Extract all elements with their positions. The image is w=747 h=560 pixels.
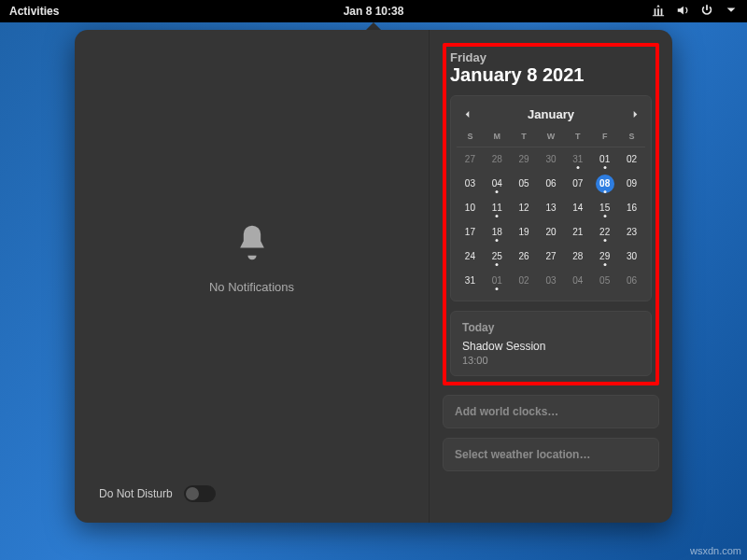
weekday-header: T: [511, 128, 538, 147]
calendar-day[interactable]: 03: [538, 269, 565, 293]
clock-label: Jan 8 10:38: [344, 5, 404, 18]
calendar-day[interactable]: 04: [564, 269, 591, 293]
calendar-day[interactable]: 16: [618, 196, 645, 220]
top-bar: Activities Jan 8 10:38: [0, 0, 747, 22]
calendar-day[interactable]: 28: [564, 245, 591, 269]
calendar-day[interactable]: 05: [511, 172, 538, 196]
calendar-day[interactable]: 30: [538, 147, 565, 172]
calendar-day[interactable]: 02: [618, 147, 645, 172]
calendar-day[interactable]: 01: [591, 147, 618, 172]
watermark: wsxdn.com: [690, 545, 741, 556]
dnd-row: Do Not Disturb: [75, 485, 429, 502]
calendar-day[interactable]: 15: [591, 196, 618, 220]
calendar-day[interactable]: 14: [564, 196, 591, 220]
weekday-header: S: [457, 128, 484, 147]
full-date-label: January 8 2021: [450, 64, 652, 86]
calendar-grid: SMTWTFS 27282930310102030405060708091011…: [457, 128, 645, 293]
calendar-day[interactable]: 03: [457, 172, 484, 196]
date-header: Friday January 8 2021: [450, 50, 652, 86]
month-label: January: [528, 107, 574, 121]
calendar-day[interactable]: 20: [538, 220, 565, 245]
weekday-header: M: [484, 128, 511, 147]
notifications-empty-state: No Notifications: [75, 30, 429, 485]
weekday-label: Friday: [450, 50, 652, 64]
calendar-day[interactable]: 06: [538, 172, 565, 196]
volume-icon: [676, 4, 689, 20]
calendar-day[interactable]: 31: [564, 147, 591, 172]
calendar-pane: Friday January 8 2021 January SMTWTFS 27…: [430, 30, 672, 523]
event-time: 13:00: [462, 355, 640, 366]
network-icon: [652, 4, 665, 20]
calendar-day[interactable]: 10: [457, 196, 484, 220]
calendar-day[interactable]: 06: [618, 269, 645, 293]
weekday-header: T: [564, 128, 591, 147]
dnd-label: Do Not Disturb: [99, 487, 173, 500]
calendar-day[interactable]: 05: [591, 269, 618, 293]
weekday-header: W: [538, 128, 565, 147]
calendar-day[interactable]: 13: [538, 196, 565, 220]
calendar-day[interactable]: 23: [618, 220, 645, 245]
weekday-header: S: [618, 128, 645, 147]
clock-button[interactable]: Jan 8 10:38: [344, 5, 404, 18]
chevron-down-icon: [725, 4, 738, 20]
calendar-day[interactable]: 04: [484, 172, 511, 196]
next-month-button[interactable]: [627, 105, 643, 122]
calendar-day[interactable]: 31: [457, 269, 484, 293]
event-title: Shadow Session: [462, 340, 640, 353]
calendar-day[interactable]: 19: [511, 220, 538, 245]
calendar-day[interactable]: 18: [484, 220, 511, 245]
status-area[interactable]: [652, 4, 738, 20]
calendar-day[interactable]: 26: [511, 245, 538, 269]
today-events-card[interactable]: Today Shadow Session 13:00: [450, 311, 652, 376]
prev-month-button[interactable]: [458, 105, 475, 122]
calendar-day[interactable]: 24: [457, 245, 484, 269]
power-icon: [700, 4, 713, 20]
calendar-day[interactable]: 01: [484, 269, 511, 293]
calendar-day[interactable]: 29: [511, 147, 538, 172]
bell-icon: [232, 222, 273, 267]
notifications-pane: No Notifications Do Not Disturb: [75, 30, 429, 523]
calendar-day[interactable]: 17: [457, 220, 484, 245]
annotation-highlight: Friday January 8 2021 January SMTWTFS 27…: [443, 43, 659, 385]
calendar-day[interactable]: 12: [511, 196, 538, 220]
calendar-day[interactable]: 27: [538, 245, 565, 269]
calendar-card: January SMTWTFS 272829303101020304050607…: [450, 95, 652, 301]
add-world-clocks-button[interactable]: Add world clocks…: [443, 395, 659, 428]
calendar-day[interactable]: 22: [591, 220, 618, 245]
calendar-day[interactable]: 30: [618, 245, 645, 269]
calendar-day[interactable]: 25: [484, 245, 511, 269]
datetime-popover: No Notifications Do Not Disturb Friday J…: [75, 30, 672, 523]
calendar-day[interactable]: 11: [484, 196, 511, 220]
calendar-day[interactable]: 09: [618, 172, 645, 196]
calendar-day[interactable]: 29: [591, 245, 618, 269]
weekday-header: F: [591, 128, 618, 147]
calendar-day[interactable]: 02: [511, 269, 538, 293]
notifications-empty-label: No Notifications: [209, 280, 294, 294]
dnd-toggle[interactable]: [184, 485, 216, 502]
calendar-day[interactable]: 08: [591, 172, 618, 196]
select-weather-button[interactable]: Select weather location…: [443, 438, 659, 471]
calendar-day[interactable]: 21: [564, 220, 591, 245]
calendar-day[interactable]: 28: [484, 147, 511, 172]
activities-button[interactable]: Activities: [9, 5, 59, 18]
calendar-day[interactable]: 07: [564, 172, 591, 196]
calendar-day[interactable]: 27: [457, 147, 484, 172]
today-header: Today: [462, 321, 640, 334]
